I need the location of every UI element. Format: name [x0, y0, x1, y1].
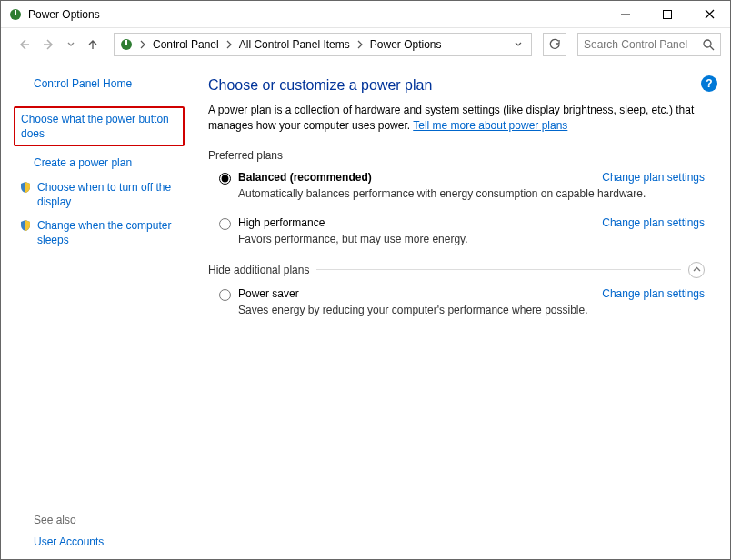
breadcrumb-item[interactable]: Control Panel: [149, 34, 223, 55]
main-content: ? Choose or customize a power plan A pow…: [192, 61, 730, 559]
chevron-right-icon[interactable]: [354, 34, 366, 55]
collapse-button[interactable]: [688, 262, 705, 278]
titlebar: Power Options: [1, 1, 730, 28]
plan-radio-balanced[interactable]: [219, 173, 231, 185]
plan-high-performance: High performance Change plan settings Fa…: [208, 216, 705, 245]
minimize-button[interactable]: [605, 1, 646, 28]
sidebar-item-display-off[interactable]: Choose when to turn off the display: [19, 180, 183, 209]
breadcrumb[interactable]: Control Panel All Control Panel Items Po…: [114, 33, 532, 56]
preferred-plans-section: Preferred plans Balanced (recommended) C…: [208, 149, 705, 245]
sidebar-item-sleep[interactable]: Change when the computer sleeps: [19, 218, 183, 247]
chevron-right-icon[interactable]: [136, 34, 149, 55]
svg-line-11: [710, 46, 714, 50]
sidebar: Control Panel Home Choose what the power…: [1, 61, 192, 559]
svg-rect-1: [15, 10, 16, 15]
plan-name: High performance: [238, 216, 325, 229]
section-label: Preferred plans: [208, 149, 283, 162]
plan-description: Automatically balances performance with …: [238, 187, 705, 200]
page-title: Choose or customize a power plan: [208, 77, 705, 94]
plan-name: Balanced (recommended): [238, 171, 372, 184]
maximize-button[interactable]: [646, 1, 688, 28]
breadcrumb-item[interactable]: Power Options: [366, 34, 446, 55]
window-controls: [605, 1, 730, 28]
recent-dropdown[interactable]: [65, 35, 77, 55]
plan-radio-power-saver[interactable]: [219, 289, 231, 301]
plan-balanced: Balanced (recommended) Change plan setti…: [208, 171, 705, 200]
see-also-label: See also: [19, 514, 183, 526]
search-input[interactable]: Search Control Panel: [577, 33, 721, 56]
window-title: Power Options: [28, 8, 605, 21]
forward-button[interactable]: [39, 35, 59, 55]
svg-point-10: [704, 40, 711, 47]
breadcrumb-dropdown[interactable]: [509, 34, 527, 55]
sidebar-item-create-plan[interactable]: Create a power plan: [19, 155, 183, 170]
refresh-button[interactable]: [543, 33, 566, 56]
sidebar-item-power-button[interactable]: Choose what the power button does: [14, 106, 185, 146]
sidebar-item-label: Choose what the power button does: [21, 112, 177, 141]
svg-rect-3: [664, 10, 672, 18]
additional-plans-section: Hide additional plans Power saver Change…: [208, 262, 705, 316]
back-button[interactable]: [14, 35, 34, 55]
related-link-user-accounts[interactable]: User Accounts: [19, 535, 183, 548]
shield-icon: [19, 181, 32, 194]
change-plan-settings-link[interactable]: Change plan settings: [602, 171, 705, 184]
breadcrumb-item[interactable]: All Control Panel Items: [235, 34, 354, 55]
plan-radio-high-performance[interactable]: [219, 218, 231, 230]
plan-description: Favors performance, but may use more ene…: [238, 233, 705, 245]
plan-description: Saves energy by reducing your computer's…: [238, 304, 705, 316]
section-label: Hide additional plans: [208, 264, 309, 276]
search-icon: [703, 39, 715, 51]
tell-me-more-link[interactable]: Tell me more about power plans: [413, 119, 567, 132]
up-button[interactable]: [83, 35, 103, 55]
power-options-icon: [118, 36, 135, 53]
chevron-right-icon[interactable]: [223, 34, 235, 55]
change-plan-settings-link[interactable]: Change plan settings: [602, 216, 705, 229]
close-button[interactable]: [688, 1, 730, 28]
sidebar-item-label: Choose when to turn off the display: [37, 180, 183, 209]
change-plan-settings-link[interactable]: Change plan settings: [602, 287, 705, 300]
page-description: A power plan is a collection of hardware…: [208, 103, 699, 135]
search-placeholder: Search Control Panel: [584, 38, 703, 51]
help-button[interactable]: ?: [701, 75, 717, 92]
toolbar: Control Panel All Control Panel Items Po…: [1, 28, 730, 61]
plan-power-saver: Power saver Change plan settings Saves e…: [208, 287, 705, 316]
plan-name: Power saver: [238, 287, 299, 300]
control-panel-home-link[interactable]: Control Panel Home: [19, 77, 183, 90]
sidebar-item-label: Create a power plan: [34, 155, 132, 170]
shield-icon: [19, 219, 32, 232]
svg-rect-9: [125, 40, 127, 45]
sidebar-item-label: Change when the computer sleeps: [37, 218, 183, 247]
power-options-icon: [8, 7, 23, 22]
